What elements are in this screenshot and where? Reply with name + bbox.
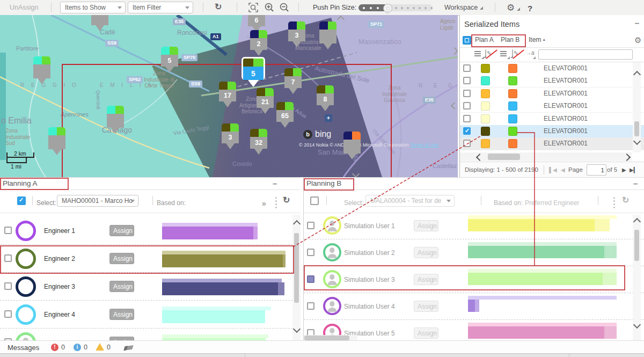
last-page-button[interactable]: ▶▎ bbox=[630, 167, 638, 173]
row-checkbox[interactable] bbox=[307, 249, 314, 256]
assign-button[interactable]: Assign bbox=[414, 327, 438, 339]
horizontal-scrollbar[interactable] bbox=[460, 152, 632, 161]
map-pushpin[interactable] bbox=[107, 106, 124, 134]
starts-with-icon[interactable]: →a bbox=[526, 50, 535, 59]
map-pushpin[interactable] bbox=[33, 56, 50, 84]
map-pushpin[interactable]: 5 bbox=[161, 47, 178, 72]
terms-of-use-link[interactable]: Terms of Use bbox=[410, 142, 438, 148]
serialized-item-row[interactable]: ELEVATOR001 bbox=[460, 113, 644, 126]
scroll-up-icon[interactable] bbox=[633, 218, 641, 225]
scroll-left-icon[interactable] bbox=[476, 154, 484, 161]
scrollbar-thumb[interactable] bbox=[304, 336, 349, 340]
map-pushpin[interactable]: 7 bbox=[284, 68, 302, 94]
workspace-menu[interactable]: Workspace bbox=[444, 4, 483, 11]
scroll-down-icon[interactable] bbox=[633, 321, 641, 329]
planning-row[interactable]: Engineer 2Assign bbox=[0, 245, 301, 273]
help-button[interactable]: ? bbox=[528, 4, 532, 13]
drag-handle[interactable] bbox=[613, 195, 615, 210]
map-canvas[interactable]: CadèPartitoreRoncocesiR E G G I O E M I … bbox=[0, 15, 458, 177]
assign-button[interactable]: Assign bbox=[109, 281, 134, 292]
map-pushpin[interactable]: 21 bbox=[257, 88, 274, 114]
item-filter-input[interactable] bbox=[538, 49, 633, 60]
assign-button[interactable]: Assign bbox=[414, 220, 438, 231]
slider-handle[interactable] bbox=[383, 4, 392, 13]
zoom-out-icon[interactable] bbox=[279, 2, 289, 12]
row-checkbox[interactable] bbox=[463, 115, 471, 122]
row-checkbox[interactable] bbox=[307, 302, 314, 310]
scrollbar-thumb[interactable] bbox=[294, 233, 299, 303]
map-pushpin[interactable]: 8 bbox=[317, 85, 334, 111]
plan-select-dropdown[interactable]: MALA00004 - Test for de bbox=[365, 195, 455, 207]
filter-menu-icon[interactable] bbox=[500, 50, 509, 59]
planning-row[interactable]: Engineer 1Assign bbox=[0, 217, 301, 245]
no-edit-icon[interactable] bbox=[485, 49, 486, 58]
map-pushpin[interactable]: 3 bbox=[288, 21, 305, 47]
zoom-selection-icon[interactable] bbox=[248, 2, 258, 12]
column-settings-gear-icon[interactable]: ⚙ bbox=[634, 35, 641, 45]
plan-enable-checkbox[interactable] bbox=[17, 196, 26, 205]
row-checkbox[interactable] bbox=[463, 140, 471, 147]
row-checkbox[interactable] bbox=[463, 90, 471, 97]
planning-row[interactable]: Simulation User 3Assign bbox=[304, 267, 644, 293]
serialized-item-row[interactable]: ELEVATOR001 bbox=[460, 62, 644, 75]
row-checkbox[interactable] bbox=[4, 282, 12, 290]
row-checkbox[interactable] bbox=[307, 275, 314, 283]
next-page-button[interactable]: ▶ bbox=[622, 167, 626, 173]
assign-button[interactable]: Assign bbox=[414, 274, 438, 285]
items-to-show-dropdown[interactable]: Items to Show bbox=[60, 2, 126, 13]
refresh-icon[interactable]: ↻ bbox=[622, 195, 629, 205]
serialized-item-row[interactable]: ELEVATOR001 bbox=[460, 125, 644, 138]
row-checkbox[interactable] bbox=[463, 127, 471, 135]
refresh-icon[interactable]: ↻ bbox=[215, 2, 222, 12]
vertical-scrollbar[interactable] bbox=[292, 215, 301, 341]
planning-row[interactable]: Engineer 4Assign bbox=[0, 301, 301, 329]
row-checkbox[interactable] bbox=[4, 310, 12, 318]
planning-row[interactable]: Simulation User 1Assign bbox=[304, 213, 644, 239]
select-all-checkbox[interactable] bbox=[463, 36, 471, 45]
planning-row[interactable]: Assign bbox=[0, 329, 301, 341]
assign-button[interactable]: Assign bbox=[414, 301, 438, 312]
scroll-down-icon[interactable] bbox=[293, 325, 301, 333]
map-pushpin[interactable] bbox=[319, 21, 336, 49]
plan-a-column[interactable]: Plan A bbox=[475, 36, 494, 43]
scrollbar-thumb[interactable] bbox=[634, 121, 639, 136]
scroll-up-icon[interactable] bbox=[293, 220, 301, 228]
row-checkbox[interactable] bbox=[4, 254, 12, 262]
plan-select-dropdown[interactable]: MAHO00001 - Marco Ho bbox=[57, 195, 138, 207]
plan-enable-checkbox[interactable] bbox=[310, 196, 319, 205]
item-filter-dropdown[interactable]: Item Filter bbox=[128, 2, 193, 13]
vertical-scrollbar[interactable] bbox=[633, 62, 641, 152]
no-edit-icon[interactable] bbox=[512, 49, 513, 58]
plan-b-column[interactable]: Plan B bbox=[501, 36, 519, 43]
row-checkbox[interactable] bbox=[463, 102, 471, 110]
scroll-up-icon[interactable] bbox=[633, 71, 641, 78]
first-page-button[interactable]: ▌◀ bbox=[549, 167, 557, 173]
row-checkbox[interactable] bbox=[463, 77, 471, 84]
serialized-item-row[interactable]: ELEVATOR001 bbox=[460, 75, 644, 88]
assign-button[interactable]: Assign bbox=[109, 253, 134, 264]
prev-page-button[interactable]: ◀ bbox=[561, 167, 565, 173]
serialized-item-row[interactable]: ELEVATOR001 bbox=[460, 137, 644, 150]
scroll-down-icon[interactable] bbox=[633, 137, 641, 145]
map-pushpin[interactable]: 3 bbox=[222, 123, 239, 149]
map-pushpin[interactable]: 65 bbox=[276, 102, 294, 128]
scroll-right-icon[interactable] bbox=[623, 154, 631, 161]
zoom-in-icon[interactable] bbox=[264, 2, 274, 12]
refresh-icon[interactable]: ↻ bbox=[283, 195, 290, 205]
gear-icon[interactable]: ⚙ bbox=[507, 2, 520, 13]
planning-row[interactable]: Simulation User 2Assign bbox=[304, 240, 644, 266]
row-checkbox[interactable] bbox=[463, 64, 471, 72]
scrollbar-thumb[interactable] bbox=[488, 154, 520, 160]
row-checkbox[interactable] bbox=[4, 227, 12, 234]
minimize-button[interactable]: – bbox=[633, 179, 638, 188]
minimize-button[interactable]: – bbox=[273, 179, 277, 188]
planning-row[interactable]: Simulation User 4Assign bbox=[304, 294, 644, 320]
vertical-scrollbar[interactable] bbox=[633, 215, 641, 341]
page-number-input[interactable] bbox=[587, 164, 606, 176]
map-pushpin[interactable]: 17 bbox=[219, 82, 236, 107]
item-column-sort[interactable]: Item ▲ bbox=[529, 36, 546, 43]
clear-messages-icon[interactable] bbox=[123, 345, 133, 351]
map-pushpin-selected[interactable]: 5 bbox=[241, 57, 265, 87]
map-pushpin[interactable] bbox=[48, 127, 65, 155]
pushpin-size-slider[interactable] bbox=[358, 4, 433, 11]
